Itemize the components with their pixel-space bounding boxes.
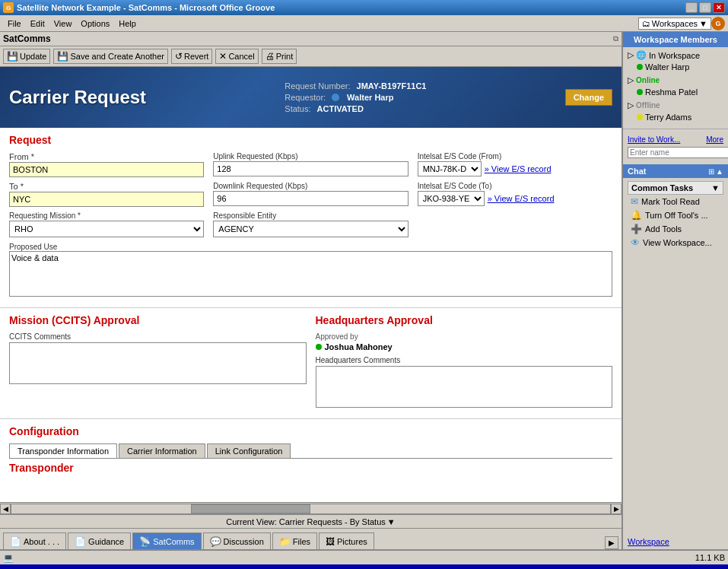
satcomms-title: SatComms: [3, 33, 51, 44]
requesting-mission-select[interactable]: RHO: [9, 221, 204, 237]
downlink-input[interactable]: [213, 191, 408, 206]
tab-link-configuration[interactable]: Link Configuration: [207, 443, 291, 458]
uplink-input[interactable]: [213, 161, 408, 176]
mark-tool-read-icon: ✉: [631, 196, 638, 207]
tab-pictures[interactable]: 🖼 Pictures: [319, 532, 374, 549]
bottom-status-right: 11.1 KB: [695, 553, 725, 562]
expand-icon-1: ▷: [628, 50, 634, 60]
hq-comments-textarea[interactable]: [316, 366, 613, 408]
workspaces-dropdown-icon: ▼: [699, 19, 707, 28]
to-input[interactable]: [9, 192, 204, 207]
status-label: Status:: [285, 104, 310, 113]
workspaces-button[interactable]: 🗂 Workspaces ▼: [638, 17, 711, 30]
update-label: Update: [20, 52, 46, 61]
from-input[interactable]: [9, 162, 204, 177]
menu-view[interactable]: View: [49, 17, 77, 30]
invite-to-work-link[interactable]: Invite to Work...: [628, 135, 680, 144]
turn-off-tools-icon: 🔔: [631, 210, 642, 221]
common-tasks-header: Common Tasks ▼: [628, 181, 723, 195]
bottom-status-icon: 💻: [3, 553, 14, 563]
menu-edit[interactable]: Edit: [26, 17, 49, 30]
revert-button[interactable]: ↺ Revert: [171, 49, 212, 64]
task-view-workspace[interactable]: 👁 View Workspace...: [628, 236, 723, 250]
responsible-entity-select[interactable]: AGENCY: [213, 221, 408, 237]
intelsat-from-select[interactable]: MNJ-78K-D: [418, 161, 482, 176]
close-button[interactable]: ✕: [713, 2, 725, 13]
uplink-field-group: Uplink Requested (Kbps): [213, 152, 408, 177]
tab-more-button[interactable]: ▶: [605, 536, 618, 549]
tab-more: ▶: [605, 536, 618, 549]
update-button[interactable]: 💾 Update: [3, 49, 50, 64]
task-add-tools-label: Add Tools: [645, 224, 682, 234]
approval-section: Mission (CCITS) Approval CCITS Comments …: [0, 311, 622, 415]
chat-collapse-button[interactable]: ▲: [716, 167, 723, 176]
tab-guidance[interactable]: 📄 Guidance: [68, 532, 131, 549]
cancel-button[interactable]: ✕ Cancel: [215, 49, 258, 64]
scroll-right-button[interactable]: ▶: [611, 504, 622, 514]
requestor-value: Walter Harp: [347, 93, 393, 102]
member-walter-harp: Walter Harp: [634, 62, 723, 72]
menu-options[interactable]: Options: [76, 17, 114, 30]
cancel-label: Cancel: [228, 52, 254, 61]
change-button[interactable]: Change: [565, 89, 612, 106]
online-group: ▷ Online: [628, 75, 723, 85]
tab-carrier-information[interactable]: Carrier Information: [119, 443, 205, 458]
view-es-record-2-link[interactable]: » View E/S record: [488, 194, 555, 203]
file-size: 11.1 KB: [695, 553, 725, 562]
common-tasks-collapse-icon[interactable]: ▼: [711, 183, 720, 192]
tab-satcomms[interactable]: 📡 SatComms: [132, 532, 201, 549]
from-label: From *: [9, 152, 204, 161]
maximize-button[interactable]: □: [699, 2, 711, 13]
scroll-thumb[interactable]: [191, 504, 310, 513]
intelsat-to-select[interactable]: JKO-938-YE: [418, 191, 485, 206]
tab-transponder-information[interactable]: Transponder Information: [9, 443, 117, 458]
bottom-status-bar: 💻 11.1 KB: [0, 549, 728, 564]
tab-about[interactable]: 📄 About . . .: [3, 532, 66, 549]
toolbar: 💾 Update 💾 Save and Create Another ↺ Rev…: [0, 46, 622, 67]
menu-file[interactable]: File: [3, 17, 26, 30]
tab-files-icon: 📁: [279, 536, 291, 547]
task-add-tools[interactable]: ➕ Add Tools: [628, 222, 723, 236]
scroll-left-button[interactable]: ◀: [0, 504, 11, 514]
app-icon: G: [3, 2, 14, 13]
save-create-button[interactable]: 💾 Save and Create Another: [53, 49, 168, 64]
in-workspace-label: In Workspace: [649, 51, 700, 60]
invite-more-link[interactable]: More: [706, 135, 723, 144]
hq-approval: Headquarters Approval Approved by Joshua…: [316, 314, 613, 409]
print-button[interactable]: 🖨 Print: [262, 49, 297, 64]
menu-help[interactable]: Help: [114, 17, 141, 30]
chat-detach-button[interactable]: ⊞: [708, 167, 714, 176]
task-mark-tool-read[interactable]: ✉ Mark Tool Read: [628, 195, 723, 208]
current-view-dropdown[interactable]: Current View: Carrier Requests - By Stat…: [226, 517, 395, 526]
invite-name-input[interactable]: [628, 147, 728, 158]
satcomms-restore-icon[interactable]: ⧉: [613, 34, 618, 43]
mission-approval-title: Mission (CCITS) Approval: [9, 314, 307, 326]
intelsat-to-group: Intelsat E/S Code (To) JKO-938-YE » View…: [418, 182, 612, 207]
tab-satcomms-icon: 📡: [139, 536, 151, 547]
tab-discussion[interactable]: 💬 Discussion: [203, 532, 271, 549]
view-es-record-1-link[interactable]: » View E/S record: [485, 164, 552, 173]
minimize-button[interactable]: _: [685, 2, 698, 13]
offline-label: Offline: [636, 101, 660, 110]
workspaces-icon: 🗂: [642, 19, 650, 28]
proposed-use-textarea[interactable]: Voice & data: [9, 251, 612, 297]
task-turn-off-tools[interactable]: 🔔 Turn Off Tool's ...: [628, 208, 723, 222]
transponder-section: Transponder: [0, 459, 622, 474]
ccits-comments-textarea[interactable]: [9, 342, 307, 384]
workspace-link[interactable]: Workspace: [628, 537, 669, 546]
config-tabs: Transponder Information Carrier Informat…: [9, 443, 612, 459]
scroll-track[interactable]: [11, 504, 611, 514]
to-label: To *: [9, 182, 204, 191]
request-section-title: Request: [9, 134, 612, 146]
tab-files[interactable]: 📁 Files: [272, 532, 317, 549]
online-label: Online: [636, 76, 660, 84]
from-field-group: From *: [9, 152, 204, 177]
chat-section[interactable]: Chat ⊞ ▲: [623, 164, 728, 178]
hq-comments-label: Headquarters Comments: [316, 356, 613, 364]
requestor-label: Requestor:: [285, 93, 326, 102]
workspace-globe-icon: 🌐: [636, 50, 647, 60]
invite-input-row: ▼ Go: [628, 147, 723, 158]
window-controls: _ □ ✕: [685, 2, 725, 13]
common-tasks-title: Common Tasks: [631, 183, 693, 192]
horizontal-scrollbar[interactable]: ◀ ▶: [0, 502, 622, 514]
